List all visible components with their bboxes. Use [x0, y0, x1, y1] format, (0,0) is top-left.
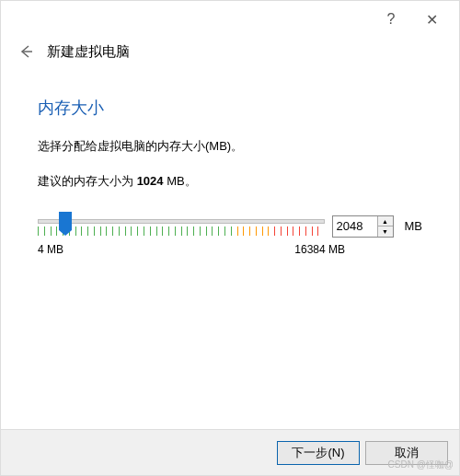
slider-ticks — [38, 226, 325, 238]
description: 选择分配给虚拟电脑的内存大小(MB)。 — [38, 137, 422, 157]
help-icon[interactable]: ? — [371, 6, 411, 33]
memory-spinbox[interactable]: ▲ ▼ — [332, 215, 394, 238]
page-title: 新建虚拟电脑 — [47, 43, 130, 61]
spin-up-icon[interactable]: ▲ — [378, 216, 393, 227]
watermark: CSDN @怪咖@ — [388, 459, 454, 471]
memory-slider[interactable] — [38, 212, 325, 241]
slider-track — [38, 219, 325, 224]
recommendation: 建议的内存大小为 1024 MB。 — [38, 173, 422, 190]
close-icon[interactable]: ✕ — [411, 6, 452, 33]
content: 内存大小 选择分配给虚拟电脑的内存大小(MB)。 建议的内存大小为 1024 M… — [1, 71, 459, 256]
back-arrow-icon[interactable] — [16, 41, 36, 62]
min-label: 4 MB — [38, 243, 63, 256]
max-label: 16384 MB — [294, 243, 345, 256]
rec-suffix: MB。 — [164, 174, 197, 188]
next-button[interactable]: 下一步(N) — [277, 441, 360, 465]
slider-thumb[interactable] — [59, 212, 72, 230]
header: 新建虚拟电脑 — [1, 38, 459, 71]
rec-prefix: 建议的内存大小为 — [38, 174, 137, 188]
section-title: 内存大小 — [38, 97, 422, 119]
titlebar: ? ✕ — [1, 1, 459, 38]
spin-down-icon[interactable]: ▼ — [378, 226, 393, 237]
unit-label: MB — [401, 219, 423, 233]
rec-value: 1024 — [137, 174, 164, 188]
range-labels: 4 MB 16384 MB — [38, 243, 345, 256]
memory-input[interactable] — [333, 216, 377, 237]
memory-slider-row: ▲ ▼ MB — [38, 212, 422, 241]
